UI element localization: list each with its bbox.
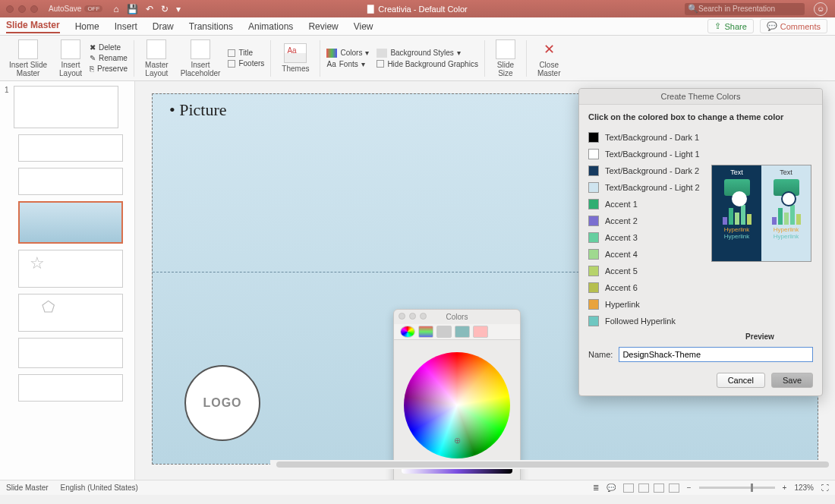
tab-transitions[interactable]: Transitions	[189, 21, 233, 32]
theme-color-swatch[interactable]	[588, 149, 599, 159]
insert-layout-button[interactable]: Insert Layout	[55, 36, 87, 80]
save-button[interactable]: Save	[771, 373, 813, 388]
notes-button-icon[interactable]: ≣	[593, 484, 599, 492]
theme-color-swatch[interactable]	[588, 182, 599, 193]
sorter-view-icon[interactable]	[638, 484, 649, 493]
preserve-button[interactable]: ⎘Preserve	[90, 65, 128, 73]
quick-access-toolbar: ⌂ 💾 ↶ ↻ ▾	[113, 4, 180, 14]
tab-animations[interactable]: Animations	[248, 21, 293, 32]
normal-view-icon[interactable]	[623, 484, 634, 493]
rename-button[interactable]: ✎Rename	[90, 54, 128, 62]
share-icon: ⇪	[714, 21, 721, 31]
themes-button[interactable]: Themes	[277, 36, 314, 80]
search-input[interactable]	[698, 5, 802, 13]
tab-insert[interactable]: Insert	[115, 21, 137, 32]
reading-view-icon[interactable]	[654, 484, 664, 493]
colors-picker-panel[interactable]: Colors ⊕ ✎	[393, 309, 521, 480]
zoom-level[interactable]: 123%	[794, 484, 814, 492]
theme-color-label: Accent 4	[605, 250, 638, 259]
insert-placeholder-button[interactable]: Insert Placeholder	[176, 36, 225, 80]
theme-color-label: Accent 6	[605, 283, 638, 292]
hide-background-checkbox[interactable]: Hide Background Graphics	[377, 60, 478, 68]
tab-draw[interactable]: Draw	[153, 21, 174, 32]
logo-placeholder[interactable]: LOGO	[184, 365, 260, 441]
tab-home[interactable]: Home	[75, 21, 99, 32]
layout-thumbnail[interactable]	[18, 134, 123, 162]
layout-thumbnail[interactable]	[18, 250, 123, 288]
slideshow-view-icon[interactable]	[669, 484, 679, 493]
slide-thumbnails-panel[interactable]: 1	[0, 81, 135, 480]
tab-review[interactable]: Review	[308, 21, 338, 32]
save-icon[interactable]: 💾	[127, 4, 138, 14]
theme-preview: Text Hyperlink Hyperlink Text Hyperlink …	[711, 165, 811, 262]
comments-button[interactable]: 💬Comments	[760, 19, 827, 33]
theme-color-swatch[interactable]	[588, 316, 599, 326]
pencils-tab[interactable]	[473, 326, 488, 338]
rename-icon: ✎	[90, 54, 96, 62]
master-thumbnail[interactable]	[14, 86, 118, 128]
theme-color-swatch[interactable]	[588, 199, 599, 209]
home-icon[interactable]: ⌂	[113, 4, 118, 14]
preview-hyperlink: Hyperlink	[774, 226, 799, 233]
theme-color-swatch[interactable]	[588, 299, 599, 310]
share-button[interactable]: ⇪Share	[707, 19, 753, 33]
layout-thumbnail[interactable]	[18, 338, 123, 368]
wheel-marker-icon[interactable]: ⊕	[454, 436, 461, 446]
slide-size-button[interactable]: Slide Size	[491, 36, 520, 80]
theme-color-swatch[interactable]	[588, 232, 599, 243]
cancel-button[interactable]: Cancel	[717, 373, 765, 388]
window-controls[interactable]	[6, 5, 38, 13]
zoom-slider[interactable]	[699, 487, 775, 489]
horizontal-scrollbar[interactable]	[270, 460, 835, 469]
qat-dropdown-icon[interactable]: ▾	[176, 4, 181, 14]
status-language[interactable]: English (United States)	[61, 484, 138, 492]
image-palettes-tab[interactable]	[455, 326, 470, 338]
layout-thumbnail[interactable]	[18, 374, 123, 402]
theme-color-row: Text/Background - Light 1	[588, 146, 813, 162]
window-title: ▇ Creativia - Default Color	[367, 4, 467, 14]
theme-color-swatch[interactable]	[588, 165, 599, 176]
zoom-out-icon[interactable]: −	[687, 484, 692, 492]
theme-color-row: Text/Background - Dark 1	[588, 129, 813, 146]
insert-slide-master-button[interactable]: Insert Slide Master	[5, 36, 52, 80]
theme-color-row: Followed Hyperlink	[588, 313, 813, 329]
theme-color-swatch[interactable]	[588, 216, 599, 226]
theme-color-swatch[interactable]	[588, 132, 599, 143]
comments-pane-icon[interactable]: 💬	[607, 484, 616, 492]
redo-icon[interactable]: ↻	[161, 4, 169, 14]
tab-slide-master[interactable]: Slide Master	[6, 20, 60, 33]
theme-name-input[interactable]	[619, 347, 813, 362]
undo-icon[interactable]: ↶	[146, 4, 153, 14]
layout-thumbnail[interactable]	[18, 168, 123, 195]
fit-to-window-icon[interactable]: ⛶	[821, 484, 829, 492]
fonts-dropdown[interactable]: AaFonts▾	[326, 60, 369, 68]
autosave-toggle[interactable]: AutoSave OFF	[49, 5, 102, 13]
zoom-in-icon[interactable]: +	[783, 484, 787, 492]
user-menu-icon[interactable]: ☺	[814, 2, 827, 16]
panel-window-controls[interactable]	[399, 313, 427, 320]
close-icon: ✕	[539, 39, 559, 59]
search-box[interactable]: 🔍	[685, 3, 805, 15]
theme-color-swatch[interactable]	[588, 282, 599, 293]
theme-color-swatch[interactable]	[588, 249, 599, 260]
slide-title-placeholder[interactable]: Picture	[169, 100, 227, 120]
colors-dropdown[interactable]: Colors▾	[326, 49, 369, 58]
theme-color-swatch[interactable]	[588, 266, 599, 276]
color-wheel[interactable]: ⊕	[404, 352, 510, 458]
footers-checkbox[interactable]: Footers	[228, 59, 264, 68]
title-checkbox[interactable]: Title	[228, 49, 264, 57]
layout-thumbnail-selected[interactable]	[18, 201, 123, 244]
tab-view[interactable]: View	[354, 21, 373, 32]
delete-button[interactable]: ✖Delete	[90, 43, 128, 52]
color-palettes-tab[interactable]	[436, 326, 452, 338]
master-layout-button[interactable]: Master Layout	[140, 36, 173, 80]
layout-thumbnail[interactable]	[18, 294, 123, 332]
preview-followed-hyperlink: Hyperlink	[724, 233, 749, 240]
color-sliders-tab[interactable]	[418, 326, 433, 338]
theme-color-label: Followed Hyperlink	[605, 317, 676, 326]
theme-color-label: Text/Background - Dark 2	[605, 166, 699, 175]
close-master-button[interactable]: ✕Close Master	[533, 36, 566, 80]
color-wheel-tab[interactable]	[400, 326, 415, 338]
background-styles-dropdown[interactable]: Background Styles▾	[377, 49, 478, 58]
theme-color-label: Accent 2	[605, 216, 638, 225]
